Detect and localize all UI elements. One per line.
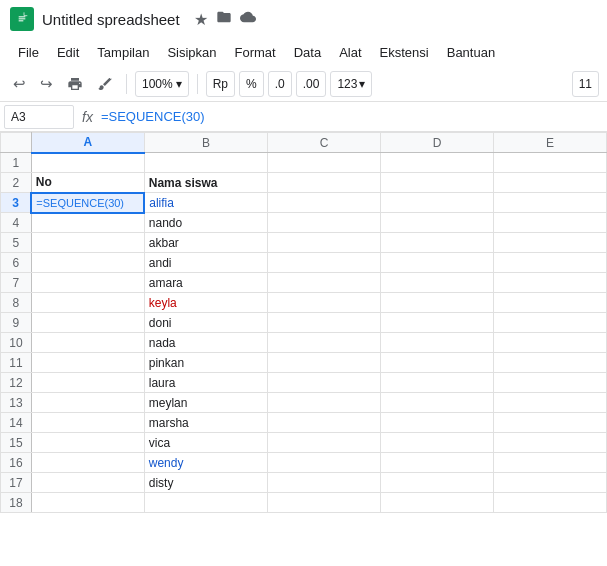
cell-c3[interactable] <box>268 193 381 213</box>
cell-e10[interactable] <box>493 333 606 353</box>
percent-button[interactable]: % <box>239 71 264 97</box>
cell-a7[interactable] <box>31 273 144 293</box>
cell-d5[interactable] <box>381 233 494 253</box>
cell-a17[interactable] <box>31 473 144 493</box>
cell-b12[interactable]: laura <box>144 373 267 393</box>
cell-b8[interactable]: keyla <box>144 293 267 313</box>
cell-d17[interactable] <box>381 473 494 493</box>
menu-insert[interactable]: Sisipkan <box>159 43 224 62</box>
cell-b14[interactable]: marsha <box>144 413 267 433</box>
cell-c16[interactable] <box>268 453 381 473</box>
cell-e6[interactable] <box>493 253 606 273</box>
cell-a14[interactable] <box>31 413 144 433</box>
cell-a9[interactable] <box>31 313 144 333</box>
star-icon[interactable]: ★ <box>194 10 208 29</box>
cell-b13[interactable]: meylan <box>144 393 267 413</box>
cell-d13[interactable] <box>381 393 494 413</box>
cell-c6[interactable] <box>268 253 381 273</box>
cell-a6[interactable] <box>31 253 144 273</box>
cell-a16[interactable] <box>31 453 144 473</box>
cell-a5[interactable] <box>31 233 144 253</box>
menu-help[interactable]: Bantuan <box>439 43 503 62</box>
zoom-control[interactable]: 100% ▾ <box>135 71 189 97</box>
cell-c2[interactable] <box>268 173 381 193</box>
cell-d18[interactable] <box>381 493 494 513</box>
cell-b15[interactable]: vica <box>144 433 267 453</box>
cell-b7[interactable]: amara <box>144 273 267 293</box>
cell-e14[interactable] <box>493 413 606 433</box>
cell-a11[interactable] <box>31 353 144 373</box>
cell-d10[interactable] <box>381 333 494 353</box>
menu-extensions[interactable]: Ekstensi <box>372 43 437 62</box>
cell-c5[interactable] <box>268 233 381 253</box>
menu-tools[interactable]: Alat <box>331 43 369 62</box>
cell-d7[interactable] <box>381 273 494 293</box>
cell-c8[interactable] <box>268 293 381 313</box>
cell-e13[interactable] <box>493 393 606 413</box>
cell-reference-box[interactable]: A3 <box>4 105 74 129</box>
decimal-decrease-button[interactable]: .0 <box>268 71 292 97</box>
cell-a18[interactable] <box>31 493 144 513</box>
col-header-d[interactable]: D <box>381 133 494 153</box>
cell-c11[interactable] <box>268 353 381 373</box>
cell-a12[interactable] <box>31 373 144 393</box>
decimal-increase-button[interactable]: .00 <box>296 71 327 97</box>
cell-d1[interactable] <box>381 153 494 173</box>
cell-c9[interactable] <box>268 313 381 333</box>
cell-c4[interactable] <box>268 213 381 233</box>
cell-b16[interactable]: wendy <box>144 453 267 473</box>
menu-data[interactable]: Data <box>286 43 329 62</box>
paint-format-button[interactable] <box>92 73 118 95</box>
cell-e4[interactable] <box>493 213 606 233</box>
menu-edit[interactable]: Edit <box>49 43 87 62</box>
cell-d12[interactable] <box>381 373 494 393</box>
cell-b18[interactable] <box>144 493 267 513</box>
cell-e1[interactable] <box>493 153 606 173</box>
menu-format[interactable]: Format <box>227 43 284 62</box>
cell-c10[interactable] <box>268 333 381 353</box>
cell-d9[interactable] <box>381 313 494 333</box>
cell-e2[interactable] <box>493 173 606 193</box>
cell-e12[interactable] <box>493 373 606 393</box>
currency-button[interactable]: Rp <box>206 71 235 97</box>
formula-input[interactable]: =SEQUENCE(30) <box>101 109 603 124</box>
cell-b3[interactable]: alifia <box>144 193 267 213</box>
cell-a1[interactable] <box>31 153 144 173</box>
cell-d4[interactable] <box>381 213 494 233</box>
cell-d8[interactable] <box>381 293 494 313</box>
cell-c13[interactable] <box>268 393 381 413</box>
col-header-e[interactable]: E <box>493 133 606 153</box>
menu-file[interactable]: File <box>10 43 47 62</box>
cell-c12[interactable] <box>268 373 381 393</box>
cell-b17[interactable]: disty <box>144 473 267 493</box>
cell-b11[interactable]: pinkan <box>144 353 267 373</box>
menu-view[interactable]: Tampilan <box>89 43 157 62</box>
cell-d11[interactable] <box>381 353 494 373</box>
cell-a3[interactable]: =SEQUENCE(30) <box>31 193 144 213</box>
cell-e11[interactable] <box>493 353 606 373</box>
col-header-a[interactable]: A <box>31 133 144 153</box>
cell-b5[interactable]: akbar <box>144 233 267 253</box>
cell-c14[interactable] <box>268 413 381 433</box>
cell-a13[interactable] <box>31 393 144 413</box>
col-header-b[interactable]: B <box>144 133 267 153</box>
cell-d2[interactable] <box>381 173 494 193</box>
cell-b6[interactable]: andi <box>144 253 267 273</box>
cell-e16[interactable] <box>493 453 606 473</box>
cell-e15[interactable] <box>493 433 606 453</box>
cell-a4[interactable] <box>31 213 144 233</box>
cell-c1[interactable] <box>268 153 381 173</box>
font-size-control[interactable]: 11 <box>572 71 599 97</box>
redo-button[interactable]: ↪ <box>35 72 58 96</box>
format-type-dropdown[interactable]: 123 ▾ <box>330 71 372 97</box>
cell-a10[interactable] <box>31 333 144 353</box>
cell-b9[interactable]: doni <box>144 313 267 333</box>
cell-e18[interactable] <box>493 493 606 513</box>
cell-e3[interactable] <box>493 193 606 213</box>
col-header-c[interactable]: C <box>268 133 381 153</box>
cell-d15[interactable] <box>381 433 494 453</box>
cell-c17[interactable] <box>268 473 381 493</box>
cell-d3[interactable] <box>381 193 494 213</box>
cell-e5[interactable] <box>493 233 606 253</box>
cell-e7[interactable] <box>493 273 606 293</box>
